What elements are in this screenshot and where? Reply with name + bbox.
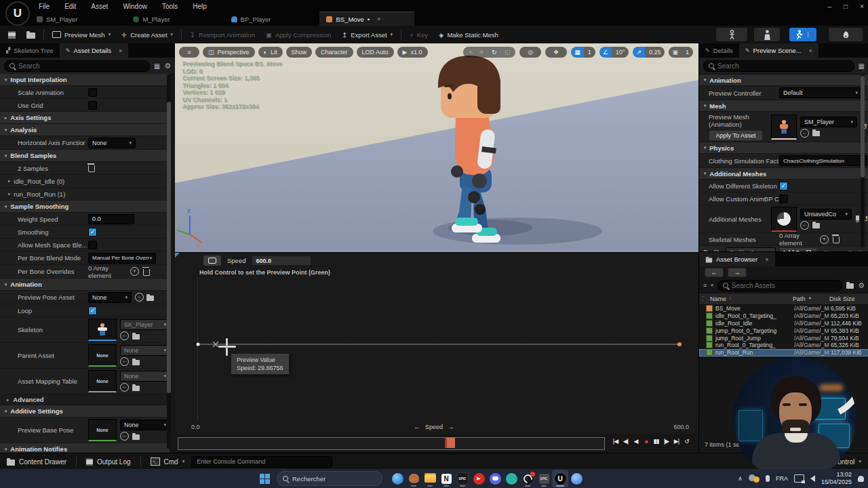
section-animation[interactable]: ▾Animation — [699, 75, 868, 86]
loop-checkbox[interactable]: ✓ — [88, 306, 97, 315]
param-value-input[interactable]: 600.0 — [252, 256, 311, 266]
taskbar-app-capcut[interactable]: ▶ — [471, 470, 487, 487]
asset-mapping-thumbnail[interactable]: None — [88, 370, 117, 392]
settings-gear-icon[interactable]: ⚙ — [164, 62, 171, 70]
preview-mesh-thumbnail[interactable] — [771, 115, 797, 140]
trash-icon[interactable] — [143, 269, 150, 276]
clock[interactable]: 13:02 15/04/2025 — [821, 471, 852, 486]
preview-mesh-button[interactable]: Preview Mesh▾ — [47, 28, 116, 41]
menu-asset[interactable]: Asset — [83, 0, 115, 12]
rotate-tool-icon[interactable]: ↻ — [490, 49, 499, 56]
content-drawer-button[interactable]: Content Drawer — [0, 453, 73, 470]
taskbar-app-obs[interactable] — [519, 470, 536, 487]
per-bone-blend-mode-dropdown[interactable]: Manual Per Bone Override▾ — [88, 253, 156, 264]
folder-icon[interactable] — [846, 283, 854, 289]
browse-icon[interactable] — [146, 296, 154, 301]
section-blend-samples[interactable]: ▾Blend Samples — [0, 150, 170, 162]
character-button[interactable]: Character — [315, 47, 353, 58]
timeline-scrubber[interactable] — [445, 438, 455, 448]
section-mesh[interactable]: ▾Mesh — [699, 100, 868, 112]
menu-tools[interactable]: Tools — [155, 0, 185, 12]
physics-mode-button[interactable] — [829, 28, 863, 41]
perspective-button[interactable]: ◫Perspective — [203, 47, 255, 58]
taskbar-app-game[interactable] — [406, 470, 422, 487]
pause-button[interactable]: ▮▮ — [651, 438, 661, 445]
taskbar-search[interactable]: Rechercher — [277, 471, 382, 486]
scale-snap-control[interactable]: ↗0.25 — [633, 47, 665, 58]
use-selected-icon[interactable]: ← — [120, 331, 129, 340]
column-view-icon[interactable]: ▦ — [154, 62, 160, 70]
create-asset-button[interactable]: ✛ Create Asset▾ — [116, 28, 178, 41]
language-indicator[interactable]: FRA — [776, 475, 788, 482]
microphone-icon[interactable] — [766, 475, 770, 482]
browse-icon[interactable] — [132, 434, 140, 440]
trash-icon[interactable] — [88, 165, 95, 172]
asset-row[interactable]: idle_Root_Idle/All/Game/_M112,446 KiB — [699, 320, 868, 327]
browse-icon[interactable] — [132, 334, 140, 340]
section-analysis[interactable]: ▾Analysis — [0, 124, 170, 136]
minimize-icon[interactable]: – — [828, 3, 832, 10]
tab-close-icon[interactable]: × — [765, 256, 768, 263]
row-sample-idle[interactable]: ▸idle_Root_Idle (0) — [0, 175, 170, 188]
section-additive-settings[interactable]: ▾Additive Settings — [0, 405, 170, 418]
preview-base-pose-thumbnail[interactable]: None — [88, 419, 117, 441]
use-selected-icon[interactable]: ← — [120, 383, 129, 392]
use-selected-icon[interactable]: ← — [800, 221, 809, 230]
asset-row[interactable]: BS_Move/All/Game/_M6,595 KiB — [699, 305, 868, 312]
browse-icon[interactable] — [132, 360, 140, 365]
mesh-mode-button[interactable] — [754, 28, 780, 41]
cmd-button[interactable]: >_ Cmd▾ — [144, 453, 192, 470]
taskbar-app-epic[interactable]: EPIC — [454, 470, 471, 487]
taskbar-app-teal[interactable] — [503, 470, 519, 487]
go-to-start-button[interactable]: |◀ — [610, 438, 620, 445]
network-icon[interactable] — [794, 474, 804, 483]
right-scrollbar[interactable] — [861, 75, 865, 247]
row-advanced[interactable]: ▸Advanced — [0, 394, 170, 405]
tab-close-icon[interactable]: × — [119, 47, 122, 54]
search-input[interactable]: Search — [703, 60, 854, 72]
asset-row-selected[interactable]: run_Root_Run/All/Game/_M117,039 KiB — [699, 349, 868, 357]
tab-asset-details[interactable]: ✎ Asset Details × — [60, 43, 128, 58]
grid-snap-control[interactable]: ▦1 — [571, 47, 595, 58]
skeleton-mode-button[interactable] — [716, 28, 747, 41]
tab-close-icon[interactable]: × — [809, 47, 812, 54]
column-path[interactable]: Path▲ — [793, 296, 829, 302]
section-additional-meshes[interactable]: ▾Additional Meshes — [699, 168, 868, 180]
column-view-icon[interactable]: ▦ — [859, 62, 865, 70]
taskbar-app-unreal-active[interactable]: U — [552, 470, 568, 487]
preview-controller-dropdown[interactable]: Default▾ — [779, 87, 862, 98]
taskbar-app-explorer[interactable] — [422, 470, 438, 487]
restore-icon[interactable]: □ — [844, 3, 848, 10]
preview-viewport[interactable]: Z X ≡ ◫Perspective ◐Lit Show Character L… — [175, 43, 698, 252]
speaker-icon[interactable] — [810, 475, 815, 482]
search-input[interactable]: Search — [4, 60, 150, 72]
additional-meshes-thumbnail[interactable] — [771, 207, 797, 232]
apply-to-asset-button[interactable]: Apply To Asset — [709, 130, 763, 141]
surface-snap-button[interactable]: ❖ — [545, 47, 567, 58]
column-name[interactable]: Name↕ — [710, 296, 793, 302]
camera-speed-control[interactable]: ▣1 — [669, 47, 693, 58]
type-column-icon[interactable]: ⁚ — [702, 296, 710, 302]
section-axis-settings[interactable]: ▸Axis Settings — [0, 112, 170, 124]
horizontal-axis-function-dropdown[interactable]: None▾ — [88, 138, 136, 148]
browse-icon[interactable] — [812, 223, 820, 228]
show-button[interactable]: Show — [286, 47, 313, 58]
tray-chevron-icon[interactable]: ∧ — [738, 475, 743, 482]
forward-button[interactable]: → — [728, 268, 747, 277]
asset-row[interactable]: run_Root_0_Targeting_/All/Game/_M65,326 … — [699, 342, 868, 349]
go-to-end-button[interactable]: ▶| — [671, 438, 682, 445]
preview-pose-dropdown[interactable]: None▾ — [88, 292, 132, 303]
menu-edit[interactable]: Edit — [57, 0, 83, 12]
step-forward-button[interactable]: |▶ — [661, 438, 671, 445]
section-animation[interactable]: ▾Animation — [0, 279, 170, 291]
move-tool-icon[interactable]: ✛ — [479, 49, 485, 56]
step-back-button[interactable]: ◀| — [620, 438, 631, 445]
tab-preview-scene[interactable]: ✎ Preview Scene... × — [739, 43, 818, 58]
timeline-scrub-area[interactable] — [178, 437, 605, 450]
use-selected-icon[interactable]: ← — [800, 129, 809, 138]
output-log-button[interactable]: Output Log — [79, 453, 137, 470]
parent-asset-dropdown[interactable]: None▾ — [120, 345, 170, 356]
add-element-icon[interactable]: + — [130, 267, 139, 276]
use-grid-checkbox[interactable] — [88, 101, 97, 110]
allow-mesh-space-checkbox[interactable] — [88, 241, 97, 249]
